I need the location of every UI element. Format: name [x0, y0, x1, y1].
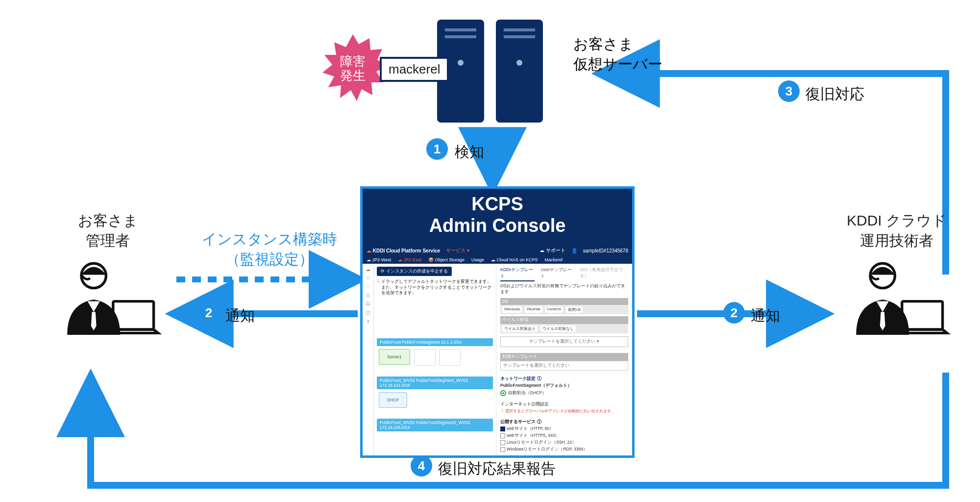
user-id[interactable]: sampleID#12345678 [583, 248, 628, 253]
network-bar-3[interactable]: PublicFront_WVS2 PublicFrontSegment2_WVS… [377, 419, 493, 431]
radio-dot-icon [500, 390, 506, 396]
step-4-badge: 4 [411, 455, 432, 477]
svc-ssh[interactable]: Linuxリモートログイン（SSH, 22） [500, 440, 628, 446]
step-1-label: 検知 [455, 142, 484, 162]
alert-burst: 障害 発生 [318, 34, 387, 103]
network-setting-head: ネットワーク設定 ⓘ [500, 376, 628, 382]
svg-rect-2 [445, 35, 476, 38]
tab-cloud-nas[interactable]: ☁ Cloud NAS on KCPS [491, 257, 538, 262]
engineer-figure-icon [843, 255, 951, 344]
step-3-label: 復旧対応 [806, 84, 864, 104]
dhcp-radio[interactable]: 自動割当（DHCP） [500, 390, 628, 396]
actor-customer-l2: 管理者 [86, 232, 130, 249]
console-left-pane: ⟳ インスタンスの作成を中止する ☟ ドラッグしてデフォルトネットワークを変更で… [374, 264, 496, 455]
tab-kddi-template[interactable]: KDDIテンプレート [500, 267, 535, 281]
virus-opt-0[interactable]: ウイルス対策あり [502, 326, 538, 332]
step-2b-label: 通知 [751, 306, 780, 326]
console-title-2: Admin Console [367, 215, 628, 237]
checkbox-icon [500, 440, 505, 445]
stop-instance-button[interactable]: ⟳ インスタンスの作成を中止する [377, 267, 452, 276]
actor-customer-l1: お客さま [78, 212, 138, 228]
kcps-console: KCPS Admin Console ☁ KDDI Cloud Platform… [360, 186, 635, 458]
console-header: ☁ KDDI Cloud Platform Service サービス ▾ ☁ サ… [363, 245, 632, 256]
alert-burst-l2: 発生 [340, 68, 366, 83]
rail-icon-4[interactable]: 山 [366, 300, 370, 307]
virtual-servers-label: お客さま 仮想サーバー [573, 34, 662, 74]
tab-iso: ISO（将来提供予定です） [580, 267, 628, 281]
drag-note: ドラッグしてデフォルトネットワークを変更できます。 また、ネットワークをクリック… [381, 279, 493, 296]
virtual-servers-label-l1: お客さま [573, 34, 662, 54]
tab-usage[interactable]: Usage [471, 257, 484, 262]
svg-point-7 [516, 60, 522, 66]
rail-icon-6[interactable]: ? [367, 320, 369, 325]
actor-engineer-l2: 運用技術者 [860, 232, 933, 249]
svg-rect-6 [504, 35, 535, 38]
tab-jp2-east[interactable]: ☁ JP2-East [398, 257, 421, 262]
checkbox-on-icon [500, 427, 505, 431]
user-icon: 👤 [571, 248, 577, 253]
network-bar-1[interactable]: PublicFront PublicFrontSegment 10.1.1.0/… [377, 338, 493, 346]
rail-icon-2[interactable]: ∷ [367, 283, 369, 289]
tab-object-storage[interactable]: 📦 Object Storage [428, 257, 465, 262]
console-icon-rail: ☁ ☆ ∷ △ 山 ⓘ ? [363, 264, 374, 455]
step-3-badge: 3 [778, 80, 800, 102]
internet-publish-head: インターネット公開設定 [500, 401, 628, 407]
rail-icon-0[interactable]: ☁ [366, 267, 370, 272]
actor-customer: お客さま 管理者 [44, 211, 172, 344]
virus-head: ウイルス対策 [500, 316, 628, 324]
ghost-slot-2 [439, 349, 461, 366]
step-1-badge: 1 [426, 138, 448, 160]
svc-https[interactable]: webサイト（HTTPS, 443） [500, 433, 628, 439]
svg-rect-4 [496, 20, 543, 123]
anno-instance-l2: （監視設定） [225, 251, 314, 267]
os-options: Windows RedHat CentOS 仮想LB [500, 305, 628, 314]
network-setting-seg: PublicFrontSegment（デフォルト） [500, 383, 628, 389]
step-2b-badge: 2 [723, 302, 745, 324]
cursor-drag-icon: ☟ [377, 279, 379, 296]
alert-burst-l1: 障害 [340, 54, 366, 69]
os-head: OS [500, 298, 628, 305]
os-opt-0[interactable]: Windows [502, 306, 522, 313]
dhcp-box[interactable]: DHCP [379, 392, 407, 408]
customer-figure-icon [54, 255, 162, 344]
mackerel-chip-label: mackerel [389, 62, 440, 76]
network-bar-2[interactable]: PublicFront_WVS2 PublicFrontSegment_WVS2… [377, 376, 493, 389]
virtual-servers-label-l2: 仮想サーバー [573, 54, 662, 75]
os-opt-2[interactable]: CentOS [545, 306, 563, 313]
svg-rect-5 [504, 28, 535, 31]
tab-user-template[interactable]: Userテンプレート [540, 267, 574, 281]
virus-options: ウイルス対策あり ウイルス対策なし [500, 324, 628, 333]
template-tabs: KDDIテンプレート Userテンプレート ISO（将来提供予定です） [500, 267, 628, 281]
virus-opt-1[interactable]: ウイルス対策なし [540, 326, 576, 332]
anno-instance-l1: インスタンス構築時 [202, 231, 337, 247]
used-template-value: テンプレートを選択してください [500, 361, 628, 371]
checkbox-icon [500, 447, 505, 452]
tab-mackerel[interactable]: Mackerel [544, 257, 563, 262]
os-opt-1[interactable]: RedHat [525, 306, 542, 313]
tab-jp2-west[interactable]: ☁ JP2-West [367, 257, 391, 262]
step-4-label: 復旧対応結果報告 [438, 459, 556, 479]
support-link[interactable]: ☁ サポート [539, 247, 565, 254]
ghost-slot-1 [414, 349, 436, 366]
rail-icon-5[interactable]: ⓘ [366, 310, 370, 317]
svc-rdp[interactable]: Windowsリモートログイン（RDP, 3389） [500, 447, 628, 452]
rail-icon-3[interactable]: △ [366, 292, 370, 297]
server-box-1[interactable]: Server1 [379, 349, 410, 365]
checkbox-icon [500, 433, 505, 438]
svg-point-3 [458, 60, 464, 66]
mackerel-chip: mackerel [380, 57, 449, 82]
actor-engineer-l1: KDDI クラウド [847, 212, 947, 228]
rail-icon-1[interactable]: ☆ [366, 275, 370, 280]
svg-rect-1 [445, 28, 476, 31]
template-select[interactable]: テンプレートを選択してください ▾ [500, 336, 628, 347]
os-opt-3[interactable]: 仮想LB [566, 306, 583, 313]
step-2a-badge: 2 [198, 302, 220, 324]
step-2a-label: 通知 [225, 306, 255, 326]
console-titlebar: KCPS Admin Console [363, 189, 632, 245]
svc-http[interactable]: webサイト（HTTP, 80） [500, 426, 628, 432]
service-menu[interactable]: サービス ▾ [446, 247, 469, 254]
internet-publish-warn: ！ 選択するとグローバルIPアドレスが自動的に払い出されます。 [500, 408, 628, 414]
brand-label: ☁ KDDI Cloud Platform Service [367, 248, 440, 253]
used-template-head: 利用テンプレート [500, 353, 628, 361]
console-tabbar: ☁ JP2-West ☁ JP2-East 📦 Object Storage U… [363, 256, 632, 264]
